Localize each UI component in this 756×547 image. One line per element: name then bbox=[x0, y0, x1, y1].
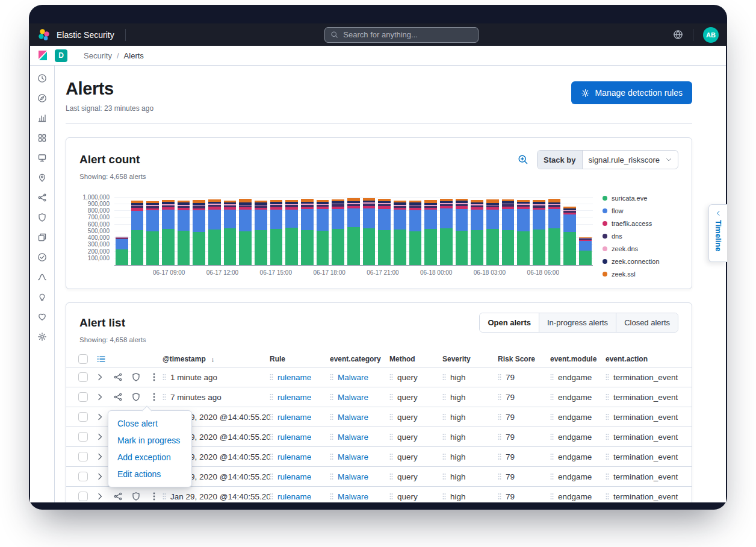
stacked-bar[interactable] bbox=[517, 200, 530, 265]
drag-handle-icon[interactable] bbox=[606, 493, 609, 500]
chevron-right-icon[interactable] bbox=[95, 472, 105, 481]
drag-handle-icon[interactable] bbox=[606, 413, 609, 420]
manage-detection-rules-button[interactable]: Manage detection rules bbox=[571, 81, 692, 104]
rule-link[interactable]: rulename bbox=[277, 433, 311, 442]
shield-icon[interactable] bbox=[131, 392, 141, 402]
drag-handle-icon[interactable] bbox=[498, 433, 501, 440]
drag-handle-icon[interactable] bbox=[606, 393, 609, 401]
drag-handle-icon[interactable] bbox=[270, 374, 273, 381]
chevron-right-icon[interactable] bbox=[95, 412, 105, 422]
drag-handle-icon[interactable] bbox=[270, 493, 273, 500]
drag-handle-icon[interactable] bbox=[498, 374, 501, 381]
chevron-right-icon[interactable] bbox=[95, 492, 105, 501]
drag-handle-icon[interactable] bbox=[163, 374, 166, 381]
drag-handle-icon[interactable] bbox=[330, 493, 333, 500]
canvas-icon[interactable] bbox=[37, 153, 47, 163]
stacked-bar[interactable] bbox=[131, 201, 144, 265]
rule-link[interactable]: rulename bbox=[277, 452, 311, 461]
shield-icon[interactable] bbox=[131, 492, 141, 501]
drag-handle-icon[interactable] bbox=[270, 473, 273, 480]
event-category-link[interactable]: Malware bbox=[338, 393, 368, 402]
tab-in-progress-alerts[interactable]: In-progress alerts bbox=[539, 313, 616, 332]
menu-item-add-exception[interactable]: Add exception bbox=[108, 449, 191, 466]
stacked-bar[interactable] bbox=[456, 199, 468, 265]
drag-handle-icon[interactable] bbox=[442, 453, 446, 460]
drag-handle-icon[interactable] bbox=[606, 453, 609, 460]
chevron-right-icon[interactable] bbox=[95, 452, 105, 461]
drag-handle-icon[interactable] bbox=[163, 493, 166, 500]
drag-handle-icon[interactable] bbox=[550, 473, 554, 480]
drag-handle-icon[interactable] bbox=[330, 473, 333, 480]
drag-handle-icon[interactable] bbox=[163, 393, 166, 401]
event-category-link[interactable]: Malware bbox=[338, 373, 368, 382]
row-checkbox[interactable] bbox=[78, 432, 88, 442]
stacked-bar[interactable] bbox=[440, 199, 453, 265]
machine-learning-icon[interactable] bbox=[37, 193, 47, 202]
drag-handle-icon[interactable] bbox=[550, 433, 554, 440]
column-header-label[interactable]: Method bbox=[389, 355, 415, 363]
legend-item[interactable]: zeek.connection bbox=[603, 258, 678, 265]
rule-link[interactable]: rulename bbox=[277, 472, 311, 481]
row-checkbox[interactable] bbox=[78, 492, 88, 501]
drag-handle-icon[interactable] bbox=[498, 413, 501, 420]
column-header-label[interactable]: @timestamp bbox=[163, 355, 206, 363]
analyze-event-icon[interactable] bbox=[113, 492, 123, 501]
menu-item-mark-in-progress[interactable]: Mark in progress bbox=[108, 432, 191, 449]
stacked-bar[interactable] bbox=[502, 199, 515, 265]
stacked-bar[interactable] bbox=[116, 237, 128, 265]
drag-handle-icon[interactable] bbox=[389, 413, 393, 420]
rule-link[interactable]: rulename bbox=[277, 393, 311, 402]
stacked-bar[interactable] bbox=[178, 201, 190, 265]
drag-handle-icon[interactable] bbox=[330, 413, 333, 420]
user-avatar[interactable]: AB bbox=[703, 27, 719, 43]
stacked-bar[interactable] bbox=[579, 237, 592, 265]
stacked-bar[interactable] bbox=[208, 199, 221, 265]
drag-handle-icon[interactable] bbox=[550, 453, 554, 460]
drag-handle-icon[interactable] bbox=[330, 453, 333, 460]
stacked-bar[interactable] bbox=[255, 201, 267, 265]
uptime-icon[interactable] bbox=[37, 252, 47, 262]
row-checkbox[interactable] bbox=[78, 412, 88, 422]
visualize-icon[interactable] bbox=[37, 113, 47, 123]
stacked-bar[interactable] bbox=[332, 199, 344, 265]
list-view-icon[interactable] bbox=[96, 354, 106, 364]
stacked-bar[interactable] bbox=[301, 199, 314, 265]
drag-handle-icon[interactable] bbox=[389, 453, 393, 460]
tab-open-alerts[interactable]: Open alerts bbox=[480, 313, 539, 332]
menu-item-edit-actions[interactable]: Edit actions bbox=[108, 466, 191, 483]
event-category-link[interactable]: Malware bbox=[338, 472, 368, 481]
drag-handle-icon[interactable] bbox=[442, 473, 446, 480]
rule-link[interactable]: rulename bbox=[277, 373, 311, 382]
drag-handle-icon[interactable] bbox=[606, 433, 609, 440]
drag-handle-icon[interactable] bbox=[498, 473, 501, 480]
kibana-logo-icon[interactable] bbox=[37, 50, 48, 61]
stacked-bar[interactable] bbox=[270, 200, 283, 265]
drag-handle-icon[interactable] bbox=[330, 433, 333, 440]
rule-link[interactable]: rulename bbox=[277, 413, 311, 422]
chevron-right-icon[interactable] bbox=[95, 392, 105, 402]
column-header-label[interactable]: event.category bbox=[330, 355, 381, 363]
event-category-link[interactable]: Malware bbox=[338, 452, 368, 461]
column-header-label[interactable]: event.module bbox=[550, 355, 596, 363]
discover-icon[interactable] bbox=[37, 93, 47, 103]
drag-handle-icon[interactable] bbox=[442, 433, 446, 440]
drag-handle-icon[interactable] bbox=[389, 393, 393, 401]
drag-handle-icon[interactable] bbox=[389, 433, 393, 440]
stacked-bar[interactable] bbox=[378, 199, 391, 265]
drag-handle-icon[interactable] bbox=[498, 453, 501, 460]
stacked-bar[interactable] bbox=[533, 200, 545, 265]
column-header-label[interactable]: Rule bbox=[270, 355, 285, 363]
more-actions-icon[interactable] bbox=[149, 372, 159, 382]
global-search-input[interactable]: Search for anything... bbox=[324, 27, 479, 43]
stacked-bar[interactable] bbox=[363, 198, 376, 265]
recently-viewed-icon[interactable] bbox=[37, 73, 47, 83]
stacked-bar[interactable] bbox=[146, 201, 159, 265]
stacked-bar[interactable] bbox=[162, 200, 175, 265]
stacked-bar[interactable] bbox=[239, 199, 252, 265]
logs-icon[interactable] bbox=[37, 233, 47, 242]
stack-by-select[interactable]: Stack by signal.rule_riskscore bbox=[537, 150, 678, 169]
select-all-checkbox[interactable] bbox=[78, 354, 88, 364]
drag-handle-icon[interactable] bbox=[606, 473, 609, 480]
drag-handle-icon[interactable] bbox=[498, 493, 501, 500]
tab-closed-alerts[interactable]: Closed alerts bbox=[616, 313, 678, 332]
